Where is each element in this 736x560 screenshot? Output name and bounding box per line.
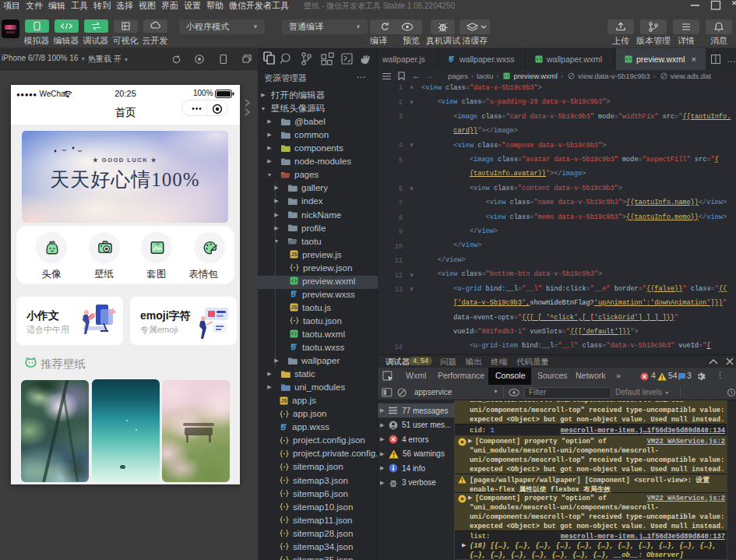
- svg-text:JS: JS: [291, 252, 298, 257]
- svg-text:JS: JS: [281, 398, 288, 403]
- svg-text:JS: JS: [291, 305, 298, 310]
